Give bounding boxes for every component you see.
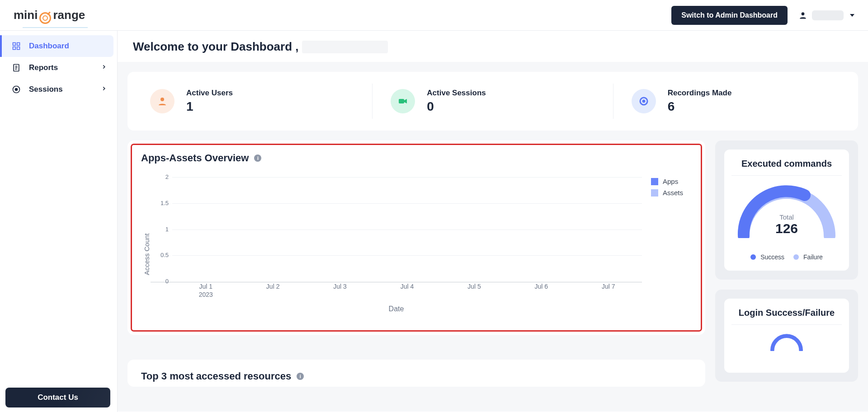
sidebar-item-label: Reports <box>29 63 58 72</box>
svg-point-10 <box>15 89 18 91</box>
user-icon <box>150 89 175 113</box>
dashboard-icon <box>12 42 21 51</box>
svg-point-15 <box>643 100 645 102</box>
card-title: Top 3 most accessed resources <box>141 370 291 382</box>
svg-rect-2 <box>17 43 20 46</box>
legend-success: Success <box>750 253 784 261</box>
legend-apps[interactable]: Apps <box>651 178 692 185</box>
chart-x-axis-label: Date <box>151 305 642 313</box>
x-tick: Jul 6 <box>535 282 548 290</box>
x-tick: Jul 2 <box>266 282 280 290</box>
search-underline <box>23 27 88 28</box>
stat-recordings: Recordings Made 6 <box>613 84 854 119</box>
apps-assets-overview-card: Apps-Assets Overview i Access Count 00.5… <box>127 140 705 335</box>
main-content: Welcome to your Dashboard , Active Users… <box>118 31 868 412</box>
x-tick: Jul 3 <box>333 282 347 290</box>
brand-orange-o-icon <box>39 12 51 24</box>
gauge-total-value: 126 <box>735 221 839 236</box>
stat-value: 0 <box>427 99 486 114</box>
stat-value: 6 <box>668 99 732 114</box>
svg-rect-4 <box>17 47 20 50</box>
reports-icon <box>12 63 21 72</box>
legend-assets[interactable]: Assets <box>651 189 692 197</box>
chevron-right-icon <box>101 85 107 94</box>
svg-rect-12 <box>399 99 404 103</box>
login-success-failure-wrap: Login Success/Failure <box>715 290 858 382</box>
chart-y-axis-label: Access Count <box>141 178 151 313</box>
login-gauge <box>735 333 839 351</box>
x-tick: Jul 12023 <box>199 282 213 299</box>
info-icon[interactable]: i <box>297 373 304 380</box>
sidebar-item-label: Sessions <box>29 85 63 94</box>
stat-label: Active Sessions <box>427 89 486 98</box>
switch-admin-button[interactable]: Switch to Admin Dashboard <box>671 6 788 25</box>
chevron-down-icon <box>850 14 854 17</box>
executed-commands-gauge: Total 126 <box>735 184 839 238</box>
brand-text-post: range <box>53 8 85 22</box>
svg-marker-13 <box>404 99 407 103</box>
swatch-icon <box>651 178 658 185</box>
welcome-text: Welcome to your Dashboard , <box>133 40 298 54</box>
welcome-name-redacted <box>302 41 388 53</box>
brand-text-pre: mini <box>14 8 38 22</box>
brand-logo[interactable]: mini range <box>14 8 85 22</box>
card-title: Apps-Assets Overview <box>141 152 249 164</box>
stat-active-sessions: Active Sessions 0 <box>372 84 613 119</box>
x-tick: Jul 4 <box>401 282 414 290</box>
svg-rect-3 <box>13 47 16 50</box>
sidebar-item-reports[interactable]: Reports <box>0 57 117 79</box>
contact-us-button[interactable]: Contact Us <box>5 388 110 407</box>
sidebar-item-dashboard[interactable]: Dashboard <box>0 35 113 57</box>
video-icon <box>391 89 415 113</box>
svg-point-0 <box>802 12 805 15</box>
info-icon[interactable]: i <box>254 154 261 162</box>
executed-commands-wrap: Executed commands Total 126 <box>715 140 858 280</box>
executed-commands-card: Executed commands Total 126 <box>724 150 849 271</box>
stat-value: 1 <box>186 99 233 114</box>
svg-rect-1 <box>13 43 16 46</box>
x-tick: Jul 5 <box>467 282 481 290</box>
gauge-total-label: Total <box>735 213 839 221</box>
stat-label: Active Users <box>186 89 233 98</box>
dot-icon <box>750 254 756 260</box>
user-icon <box>798 11 807 20</box>
record-icon <box>632 89 656 113</box>
chart-legend: Apps Assets <box>642 178 692 313</box>
card-title: Login Success/Failure <box>731 308 842 325</box>
welcome-heading: Welcome to your Dashboard , <box>118 31 868 62</box>
stat-active-users: Active Users 1 <box>132 84 372 119</box>
login-success-failure-card: Login Success/Failure <box>724 299 849 373</box>
x-tick: Jul 7 <box>602 282 615 290</box>
svg-point-11 <box>160 98 164 101</box>
stat-label: Recordings Made <box>668 89 732 98</box>
sidebar-item-sessions[interactable]: Sessions <box>0 79 117 100</box>
top-resources-card: Top 3 most accessed resources i <box>127 360 705 387</box>
sessions-icon <box>12 85 21 94</box>
user-menu[interactable] <box>798 10 854 20</box>
sidebar: Dashboard Reports Sessions Contact Us <box>0 31 118 412</box>
stats-row: Active Users 1 Active Sessions 0 <box>127 72 858 131</box>
chart-plot: 00.511.52 Jul 12023Jul 2Jul 3Jul 4Jul 5J… <box>151 178 642 313</box>
user-name-redacted <box>812 10 844 20</box>
app-header: mini range Switch to Admin Dashboard <box>0 0 868 31</box>
swatch-icon <box>651 189 658 197</box>
legend-failure: Failure <box>793 253 823 261</box>
dot-icon <box>793 254 799 260</box>
chevron-right-icon <box>101 63 107 72</box>
card-title: Executed commands <box>731 159 842 176</box>
sidebar-item-label: Dashboard <box>29 42 69 51</box>
